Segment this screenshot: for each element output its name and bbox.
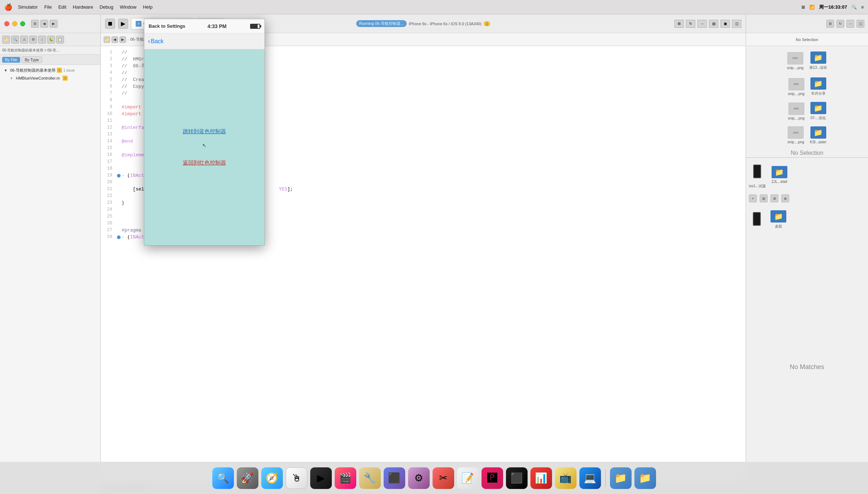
bottom-action-2[interactable]: ⊞	[760, 194, 768, 202]
breakpoint-19[interactable]	[117, 174, 121, 178]
run-btn[interactable]: ▶	[118, 19, 128, 29]
right-nav-2[interactable]: ↻	[836, 20, 844, 28]
close-button[interactable]	[4, 21, 9, 26]
search-icon[interactable]: 🔍	[851, 5, 857, 10]
device-label-1: ios1...试题	[749, 184, 766, 189]
dock-app2[interactable]: 🎬	[335, 467, 356, 489]
view-forward-btn[interactable]: →	[697, 20, 707, 28]
view-buttons: ⊞ ↻ → ▤ ▣ ◫	[674, 20, 741, 28]
dock-app1[interactable]: ▶	[310, 467, 332, 489]
sim-back-button[interactable]: ‹ Back	[148, 37, 164, 45]
menu-hardware[interactable]: Hardware	[73, 4, 93, 10]
right-nav-1[interactable]: ⊞	[826, 20, 834, 28]
dock-app5[interactable]: ⚙	[408, 467, 430, 489]
apple-menu[interactable]: 🍎	[4, 3, 12, 11]
stop-btn[interactable]: ⏹	[105, 19, 115, 29]
file-thumb-1: IMG	[787, 52, 803, 64]
menu-file[interactable]: File	[44, 4, 52, 10]
sidebar-forward[interactable]: ▶	[50, 20, 58, 28]
dock-folder-2-icon: 📁	[639, 472, 651, 484]
dock-app4[interactable]: ⬛	[384, 467, 405, 489]
bottom-action-1[interactable]: +	[749, 194, 757, 202]
nav-report-btn[interactable]: 📋	[56, 36, 64, 44]
filter-by-type-btn[interactable]: By Type	[22, 57, 42, 63]
sim-nav-bar: ‹ Back	[144, 33, 265, 49]
right-nav-4[interactable]: ◫	[856, 20, 864, 28]
file-name-blue: HMBlueViewController.m	[16, 76, 60, 80]
nav-warning-btn[interactable]: ⚠	[20, 36, 28, 44]
no-matches-label: No Matches	[790, 363, 824, 371]
file-label-4: snip....png	[787, 140, 804, 144]
dock-app8[interactable]: 🅿	[482, 467, 503, 489]
dock-finder[interactable]: 🔍	[212, 467, 234, 489]
minimize-button[interactable]	[12, 21, 17, 26]
dock-folder-2[interactable]: 📁	[634, 467, 656, 489]
dock-app6[interactable]: ✂	[433, 467, 454, 489]
dock-launchpad[interactable]: 🚀	[237, 467, 258, 489]
sidebar-nav-icon[interactable]: ⊞	[31, 20, 39, 28]
dock-mouse[interactable]: 🖱	[286, 467, 307, 489]
menu-window[interactable]: Window	[120, 4, 136, 10]
sim-blue-btn[interactable]: 跳转到蓝色控制器	[183, 128, 226, 135]
dock-app11[interactable]: 📺	[555, 467, 577, 489]
nav-forward-editor[interactable]: ▶	[119, 36, 126, 43]
sidebar-toolbar: ⊞ ◀ ▶	[0, 14, 100, 33]
right-toolbar: ⊞ ↻ → ◫	[746, 14, 868, 33]
view-left-btn[interactable]: ⊞	[674, 20, 684, 28]
filter-by-file-btn[interactable]: By File	[2, 57, 20, 63]
nav-search-btn[interactable]: 🔍	[11, 36, 19, 44]
app6-icon: ✂	[439, 472, 447, 484]
menu-help[interactable]: Help	[143, 4, 153, 10]
view-split1-btn[interactable]: ▤	[709, 20, 718, 28]
app12-icon: 💻	[584, 472, 596, 484]
file-thumb-2: IMG	[788, 78, 804, 90]
menu-extra[interactable]: ≡	[861, 5, 864, 10]
right-panel: ⊞ ↻ → ◫ No Selection IMG snip....png 📁 第…	[746, 14, 868, 494]
menu-debug[interactable]: Debug	[100, 4, 113, 10]
project-item[interactable]: ▾ 06-导航控制器的基本使用 ⚠ 1 issue	[0, 66, 100, 74]
menu-simulator[interactable]: Simulator	[18, 4, 38, 10]
maximize-button[interactable]	[20, 21, 25, 26]
nav-folder-btn[interactable]: 📁	[2, 36, 10, 44]
sim-back-to-settings[interactable]: Back to Settings	[149, 23, 185, 29]
breakpoint-28[interactable]	[117, 235, 121, 239]
dock-app12[interactable]: 💻	[579, 467, 601, 489]
app10-icon: 📊	[535, 472, 547, 484]
app7-icon: 📝	[461, 472, 474, 484]
time-display: 周一16:33:07	[819, 4, 847, 10]
project-icon: ▾	[3, 67, 9, 73]
view-split3-btn[interactable]: ◫	[732, 20, 741, 28]
safari-icon: 🧭	[266, 472, 278, 484]
nav-back-editor[interactable]: ◀	[112, 36, 118, 43]
view-refresh-btn[interactable]: ↻	[686, 20, 695, 28]
dock-app3[interactable]: 🔧	[359, 467, 381, 489]
nav-git-btn[interactable]: ↕	[38, 36, 46, 44]
folder-thumb-5: 📁	[772, 166, 787, 178]
dock-folder-1[interactable]: 📁	[610, 467, 632, 489]
sidebar-back[interactable]: ◀	[40, 20, 48, 28]
nav-debug-btn[interactable]: 🐛	[47, 36, 55, 44]
folder-label-4: KSl...aster	[810, 140, 827, 144]
bottom-action-4[interactable]: ⊕	[781, 194, 789, 202]
app9-icon: ⬛	[510, 472, 523, 484]
view-split2-btn[interactable]: ▣	[720, 20, 730, 28]
sidebar: ⊞ ◀ ▶ 📁 🔍 ⚠ ⚙ ↕ 🐛 📋 06-导航控制器的基本使用 > 06-导…	[0, 14, 101, 494]
nav-folder-editor[interactable]: 📁	[104, 36, 110, 43]
dock-app10[interactable]: 📊	[530, 467, 552, 489]
breadcrumb-sep1: ›	[127, 37, 129, 42]
file-item-blue[interactable]: ▾ HMBlueViewController.m ⚠	[0, 74, 100, 82]
sim-red-btn[interactable]: 返回到红色控制器	[183, 160, 226, 166]
folder-label-6: 桌面	[775, 224, 782, 229]
dock-safari[interactable]: 🧭	[261, 467, 283, 489]
menu-items: Simulator File Edit Hardware Debug Windo…	[18, 4, 153, 10]
right-nav-3[interactable]: →	[846, 20, 854, 28]
finder-icon: 🔍	[217, 472, 229, 484]
bottom-action-3[interactable]: ⚙	[770, 194, 778, 202]
dock-app7[interactable]: 📝	[457, 467, 479, 489]
nav-settings-btn[interactable]: ⚙	[29, 36, 37, 44]
launchpad-icon: 🚀	[241, 472, 254, 484]
menu-edit[interactable]: Edit	[58, 4, 66, 10]
folder-thumb-3: 📁	[810, 102, 826, 114]
folder-label-2: 车丹分享	[811, 91, 826, 96]
dock-app9[interactable]: ⬛	[506, 467, 528, 489]
